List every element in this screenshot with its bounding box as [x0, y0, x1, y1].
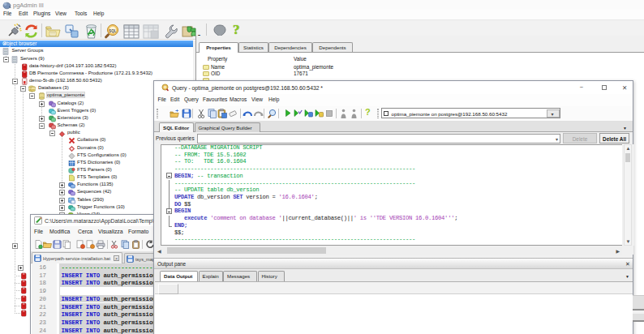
svg-text:SQL: SQL	[109, 29, 117, 33]
